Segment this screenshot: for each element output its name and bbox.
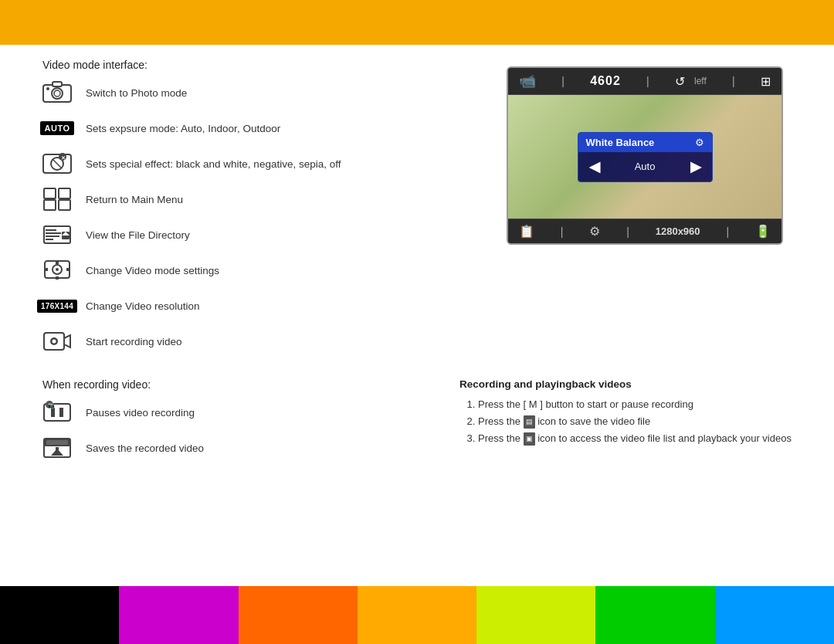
svg-rect-1 — [53, 82, 62, 86]
svg-marker-29 — [64, 335, 70, 347]
wb-right-arrow-icon[interactable]: ▶ — [690, 158, 701, 175]
icon-row-pause: 📷 Pauses video recording — [42, 400, 413, 425]
cam-resolution: 1280x960 — [656, 225, 700, 237]
main-menu-desc: Return to Main Menu — [86, 194, 183, 205]
wb-gear-icon: ⚙ — [695, 137, 704, 148]
svg-rect-39 — [46, 440, 68, 445]
recording-info-title: Recording and playingback videos — [459, 378, 792, 390]
video-mode-title: Video mode interface: — [42, 59, 498, 71]
recording-step-1: Press the [ M ] button to start or pause… — [478, 396, 792, 413]
icon-row-effect: ✕ Sets special effect: black and white, … — [42, 151, 498, 176]
color-black — [0, 586, 119, 644]
resolution-badge-icon: 176X144 — [42, 293, 72, 318]
recording-step-2: Press the ▤ icon to save the video file — [478, 413, 792, 430]
icon-row-settings: Change Video mode settings — [42, 258, 498, 283]
cam-video-icon: 📹 — [519, 73, 536, 90]
cam-grid-icon: ⊞ — [761, 74, 771, 89]
color-bar — [0, 586, 834, 644]
wb-value: Auto — [635, 161, 656, 172]
save-inline-icon: ▤ — [524, 415, 535, 429]
svg-rect-25 — [56, 276, 59, 280]
svg-rect-18 — [46, 239, 53, 240]
resolution-badge-label: 176X144 — [37, 300, 77, 313]
photo-mode-icon — [42, 80, 72, 105]
color-yellow-orange — [358, 586, 476, 644]
cam-file-icon: 📋 — [519, 224, 534, 239]
icon-row-photo: Switch to Photo mode — [42, 80, 498, 105]
color-green — [595, 586, 714, 644]
svg-rect-27 — [66, 268, 70, 271]
svg-text:✕: ✕ — [61, 155, 66, 161]
svg-rect-34 — [59, 408, 63, 417]
record-video-icon — [42, 329, 72, 354]
special-effect-desc: Sets special effect: black and white, ne… — [86, 158, 341, 170]
svg-text:📷: 📷 — [48, 402, 55, 408]
cam-image-area: White Balance ⚙ ◀ Auto ▶ — [508, 95, 781, 219]
cam-top-right: ↺ leff — [675, 74, 707, 89]
white-balance-popup: White Balance ⚙ ◀ Auto ▶ — [578, 132, 713, 182]
file-dir-desc: View the File Directory — [86, 229, 190, 241]
video-settings-icon — [42, 258, 72, 283]
record-video-desc: Start recording video — [86, 336, 182, 347]
cam-bottom-bar: 📋 | ⚙ | 1280x960 | 🔋 — [508, 219, 781, 243]
svg-rect-17 — [46, 236, 59, 237]
save-video-icon — [42, 436, 72, 460]
svg-rect-15 — [46, 229, 56, 231]
top-bar — [0, 0, 834, 45]
auto-desc: Sets expsure mode: Auto, Indoor, Outdoor — [86, 123, 280, 134]
color-yellow-green — [476, 586, 595, 644]
svg-point-3 — [54, 90, 60, 97]
right-column: 📹 | 4602 | ↺ leff | ⊞ White Balance ⚙ — [498, 59, 792, 364]
left-column: Video mode interface: Switch to Photo mo… — [42, 59, 498, 364]
video-settings-desc: Change Video mode settings — [86, 265, 219, 276]
file-dir-icon — [42, 222, 72, 247]
wb-value-row: ◀ Auto ▶ — [578, 152, 712, 181]
camera-preview: 📹 | 4602 | ↺ leff | ⊞ White Balance ⚙ — [507, 66, 783, 245]
svg-point-31 — [53, 340, 56, 344]
pause-record-icon: 📷 — [42, 400, 72, 425]
icon-row-filedir: View the File Directory — [42, 222, 498, 247]
cam-count: 4602 — [590, 74, 621, 88]
icon-row-record: Start recording video — [42, 329, 498, 354]
svg-point-23 — [56, 268, 59, 271]
photo-mode-desc: Switch to Photo mode — [86, 87, 187, 99]
svg-rect-24 — [56, 261, 59, 264]
svg-rect-26 — [45, 268, 48, 271]
icon-row-menu: Return to Main Menu — [42, 187, 498, 212]
special-effect-icon: ✕ — [42, 151, 72, 176]
svg-rect-33 — [51, 408, 55, 417]
when-recording-section: When recording video: 📷 Pauses video rec… — [42, 378, 413, 471]
wb-title-bar: White Balance ⚙ — [578, 133, 712, 152]
svg-rect-41 — [56, 447, 59, 453]
svg-point-4 — [46, 87, 49, 90]
recording-info-section: Recording and playingback videos Press t… — [459, 378, 792, 471]
auto-badge-icon: AUTO — [42, 116, 72, 141]
cam-battery-icon: 🔋 — [755, 224, 771, 239]
cam-settings-bottom-icon: ⚙ — [589, 224, 600, 239]
when-recording-title: When recording video: — [42, 378, 413, 391]
cam-top-bar: 📹 | 4602 | ↺ leff | ⊞ — [508, 68, 781, 95]
save-video-desc: Saves the recorded video — [86, 442, 204, 454]
svg-rect-12 — [44, 200, 56, 210]
color-orange — [239, 586, 358, 644]
svg-rect-10 — [44, 188, 56, 198]
svg-rect-11 — [59, 188, 70, 198]
main-menu-icon — [42, 187, 72, 212]
list-inline-icon: ▣ — [524, 432, 535, 446]
svg-rect-16 — [46, 232, 61, 234]
svg-rect-13 — [59, 200, 70, 210]
color-blue — [715, 586, 834, 644]
icon-row-auto: AUTO Sets expsure mode: Auto, Indoor, Ou… — [42, 116, 498, 141]
wb-title: White Balance — [586, 137, 655, 148]
resolution-desc: Change Video resolution — [86, 300, 200, 312]
recording-steps-list: Press the [ M ] button to start or pause… — [459, 396, 792, 447]
cam-rotate-icon: ↺ — [675, 74, 685, 89]
icon-row-save: Saves the recorded video — [42, 436, 413, 460]
wb-left-arrow-icon[interactable]: ◀ — [589, 158, 600, 175]
bottom-section: When recording video: 📷 Pauses video rec… — [0, 378, 834, 471]
color-magenta — [119, 586, 238, 644]
auto-badge-label: AUTO — [40, 121, 75, 135]
recording-step-3: Press the ▣ icon to access the video fil… — [478, 430, 792, 447]
icon-row-resolution: 176X144 Change Video resolution — [42, 293, 498, 318]
pause-record-desc: Pauses video recording — [86, 407, 195, 419]
